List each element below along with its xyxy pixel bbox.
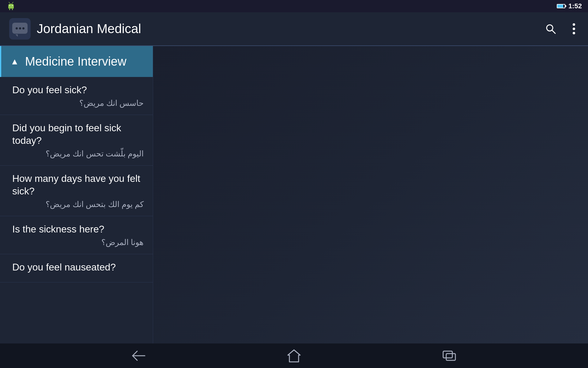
list-item-arabic: كم يوم الك بتحس انك مريض؟ xyxy=(12,200,144,209)
search-icon xyxy=(545,23,557,35)
svg-point-3 xyxy=(12,5,13,6)
recents-icon xyxy=(442,350,457,362)
svg-line-9 xyxy=(552,30,555,33)
svg-rect-15 xyxy=(443,351,452,358)
more-options-icon xyxy=(572,23,576,35)
recents-button[interactable] xyxy=(442,350,457,362)
section-title: Medicine Interview xyxy=(25,55,126,68)
svg-point-11 xyxy=(573,28,575,30)
svg-rect-7 xyxy=(12,9,13,10)
svg-line-4 xyxy=(9,2,10,3)
list-item-english: Do you feel sick? xyxy=(12,84,144,97)
svg-point-12 xyxy=(573,32,575,34)
android-icon xyxy=(6,1,16,11)
list-item-english: Is the sickness here? xyxy=(12,223,144,236)
list-item[interactable]: Do you feel sick? حاسس انك مريض؟ xyxy=(0,77,153,115)
home-button[interactable] xyxy=(286,349,302,363)
svg-rect-16 xyxy=(446,354,455,360)
list-item[interactable]: Do you feel nauseated? xyxy=(0,254,153,283)
app-title: Jordanian Medical xyxy=(37,21,541,36)
status-left xyxy=(6,1,16,11)
main-content: ▲ Medicine Interview Do you feel sick? ح… xyxy=(0,46,588,343)
battery-icon xyxy=(557,4,565,8)
list-panel: ▲ Medicine Interview Do you feel sick? ح… xyxy=(0,46,153,343)
more-options-button[interactable] xyxy=(569,20,579,38)
list-item-arabic: اليوم بلّشت تحس انك مريض؟ xyxy=(12,149,144,159)
time-display: 1:52 xyxy=(568,2,582,10)
list-item-arabic: حاسس انك مريض؟ xyxy=(12,98,144,108)
svg-rect-6 xyxy=(9,9,10,10)
list-item[interactable]: How many days have you felt sick? كم يوم… xyxy=(0,166,153,216)
chat-bubble-icon xyxy=(12,23,28,35)
list-item-english: Do you feel nauseated? xyxy=(12,261,144,274)
list-item[interactable]: Is the sickness here? هونا المرض؟ xyxy=(0,216,153,254)
list-item-arabic: هونا المرض؟ xyxy=(12,238,144,247)
app-bar-actions xyxy=(541,20,579,38)
svg-point-10 xyxy=(573,23,575,26)
list-item-english: Did you begin to feel sick today? xyxy=(12,122,144,147)
status-bar: 1:52 xyxy=(0,0,588,12)
list-item[interactable]: Did you begin to feel sick today? اليوم … xyxy=(0,115,153,166)
back-icon xyxy=(131,350,146,362)
app-icon xyxy=(9,18,31,40)
app-bar: Jordanian Medical xyxy=(0,12,588,46)
bottom-nav xyxy=(0,343,588,368)
section-header[interactable]: ▲ Medicine Interview xyxy=(0,46,153,77)
svg-marker-14 xyxy=(288,350,300,362)
svg-line-5 xyxy=(12,2,13,3)
svg-point-2 xyxy=(9,5,10,6)
list-item-english: How many days have you felt sick? xyxy=(12,172,144,198)
search-button[interactable] xyxy=(541,20,560,38)
home-icon xyxy=(286,349,302,363)
right-panel xyxy=(153,46,588,343)
chevron-up-icon: ▲ xyxy=(10,57,19,67)
back-button[interactable] xyxy=(131,350,146,362)
status-right: 1:52 xyxy=(557,2,582,10)
